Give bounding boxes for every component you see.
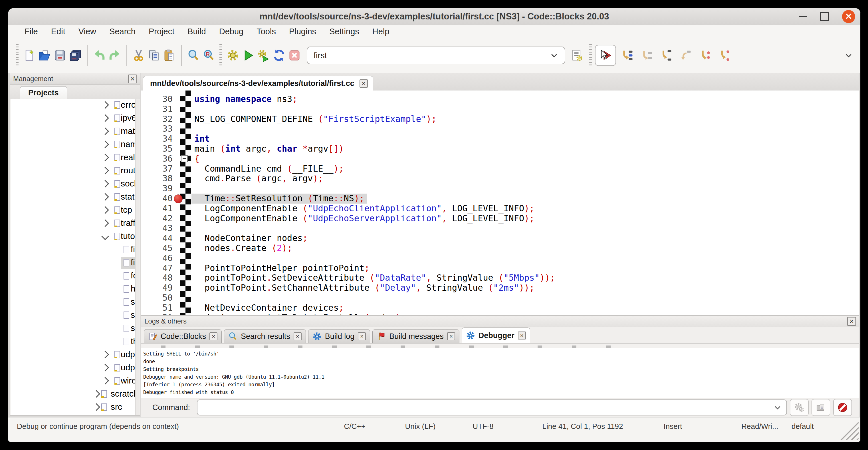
step-into-button[interactable] [659, 48, 674, 63]
expand-chevron-icon[interactable] [101, 127, 109, 135]
step-into-instruction-button[interactable] [717, 48, 733, 63]
line-number[interactable]: 52 [141, 313, 173, 315]
tree-item-erro[interactable]: erro [10, 99, 140, 112]
line-number[interactable]: 35 [141, 144, 173, 154]
tree-item-se[interactable]: se [10, 296, 140, 309]
menu-tools[interactable]: Tools [250, 25, 282, 38]
log-tab-close-button[interactable]: ✕ [293, 332, 302, 340]
line-number[interactable]: 41 [141, 204, 173, 214]
command-input[interactable] [197, 399, 787, 416]
expand-chevron-icon[interactable] [101, 351, 109, 358]
debug-info-button[interactable] [811, 399, 830, 416]
line-number[interactable]: 40 [141, 193, 173, 204]
line-number[interactable]: 34 [141, 134, 173, 144]
menu-view[interactable]: View [72, 25, 103, 38]
code-line-41[interactable]: 41 LogComponentEnable ("UdpEchoClientApp… [141, 204, 859, 214]
code-line-36[interactable]: 36{ [141, 154, 859, 164]
copy-button[interactable] [146, 48, 162, 63]
next-instruction-button[interactable] [698, 48, 713, 63]
line-number[interactable]: 49 [141, 283, 173, 293]
replace-button[interactable]: R [201, 48, 217, 63]
expand-chevron-icon[interactable] [101, 180, 109, 188]
line-number[interactable]: 37 [141, 164, 173, 174]
maximize-button[interactable] [820, 12, 829, 21]
code-line-51[interactable]: 51 NetDeviceContainer devices; [141, 303, 859, 313]
project-tree[interactable]: erroipv6matnamrealtroutsockstattcptrafft… [10, 99, 140, 415]
log-tab-close-button[interactable]: ✕ [447, 332, 455, 340]
tree-item-fir[interactable]: fir [10, 257, 140, 270]
expand-chevron-icon[interactable] [101, 141, 109, 148]
editor-tab-first-cc[interactable]: mnt/dev/tools/source/ns-3-dev/examples/t… [143, 76, 373, 91]
code-line-43[interactable]: 43 [141, 223, 859, 233]
tree-item-th[interactable]: th [10, 335, 140, 348]
menu-file[interactable]: File [18, 25, 44, 38]
redo-button[interactable] [107, 48, 122, 63]
line-number[interactable]: 50 [141, 293, 173, 303]
log-tab-close-button[interactable]: ✕ [518, 331, 526, 339]
run-to-cursor-button[interactable] [620, 48, 636, 63]
abort-button[interactable] [287, 48, 302, 63]
tree-item-realt[interactable]: realt [10, 151, 140, 164]
find-button[interactable] [186, 48, 201, 63]
code-line-33[interactable]: 33 [141, 124, 859, 134]
tree-item-he[interactable]: he [10, 283, 140, 296]
line-number[interactable]: 46 [141, 253, 173, 263]
menu-plugins[interactable]: Plugins [282, 25, 323, 38]
expand-chevron-icon[interactable] [101, 167, 109, 175]
rebuild-button[interactable] [271, 48, 287, 63]
code-line-37[interactable]: 37 CommandLine cmd (__FILE__); [141, 164, 859, 174]
line-number[interactable]: 43 [141, 223, 173, 233]
tree-item-wire[interactable]: wire [10, 374, 140, 388]
code-line-48[interactable]: 48 pointToPoint.SetDeviceAttribute ("Dat… [141, 273, 859, 283]
tree-item-se[interactable]: se [10, 309, 140, 322]
code-line-42[interactable]: 42 LogComponentEnable ("UdpEchoServerApp… [141, 214, 859, 223]
open-file-button[interactable] [37, 48, 52, 63]
expand-chevron-icon[interactable] [101, 206, 109, 214]
step-out-button[interactable] [678, 48, 694, 63]
toolbar-grip[interactable] [219, 44, 222, 67]
chevron-down-icon[interactable] [550, 51, 558, 60]
menu-debug[interactable]: Debug [213, 25, 250, 38]
menu-edit[interactable]: Edit [44, 25, 72, 38]
management-close-button[interactable]: ✕ [128, 74, 137, 83]
code-line-49[interactable]: 49 pointToPoint.SetChannelAttribute ("De… [141, 283, 859, 293]
expand-chevron-icon[interactable] [101, 219, 109, 227]
code-line-35[interactable]: 35main (int argc, char *argv[]) [141, 144, 859, 154]
line-number[interactable]: 36 [141, 154, 173, 164]
expand-chevron-icon[interactable] [92, 390, 100, 398]
code-line-46[interactable]: 46 [141, 253, 859, 263]
line-number[interactable]: 38 [141, 174, 173, 184]
menu-search[interactable]: Search [103, 25, 142, 38]
log-tab-close-button[interactable]: ✕ [358, 332, 366, 340]
expand-chevron-icon[interactable] [101, 101, 109, 109]
line-number[interactable]: 33 [141, 124, 173, 134]
build-and-run-button[interactable] [256, 48, 271, 63]
tree-item-fif[interactable]: fif [10, 243, 140, 257]
menu-settings[interactable]: Settings [323, 25, 366, 38]
tree-scrollbar[interactable] [135, 99, 140, 415]
line-number[interactable]: 51 [141, 303, 173, 313]
debugger-output[interactable]: Setting SHELL to '/bin/sh'doneSetting br… [141, 348, 859, 398]
tree-item-stat[interactable]: stat [10, 191, 140, 204]
code-line-52[interactable]: 52 devices = pointToPoint.Install (nodes… [141, 313, 859, 315]
line-number[interactable]: 31 [141, 104, 173, 114]
logs-close-button[interactable]: ✕ [847, 317, 856, 326]
save-all-button[interactable] [68, 48, 83, 63]
debug-continue-button[interactable] [595, 45, 616, 66]
undo-button[interactable] [92, 48, 107, 63]
tree-item-udp[interactable]: udp [10, 348, 140, 361]
log-tab-code-blocks[interactable]: Code::Blocks✕ [144, 329, 222, 343]
chevron-down-icon[interactable] [773, 403, 782, 412]
tree-item-nam[interactable]: nam [10, 138, 140, 151]
tree-item-udp-[interactable]: udp- [10, 361, 140, 374]
search-combobox[interactable]: first [307, 47, 565, 64]
menu-project[interactable]: Project [142, 25, 181, 38]
tree-item-src[interactable]: src [10, 401, 140, 414]
collapse-chevron-icon[interactable] [101, 233, 109, 240]
expand-chevron-icon[interactable] [101, 364, 109, 371]
code-line-47[interactable]: 47 PointToPointHelper pointToPoint; [141, 263, 859, 273]
expand-chevron-icon[interactable] [92, 403, 100, 411]
tree-item-ipv6[interactable]: ipv6 [10, 112, 140, 125]
log-tab-search-results[interactable]: Search results✕ [224, 329, 306, 343]
code-line-40[interactable]: 40 Time::SetResolution (Time::NS); [141, 193, 859, 204]
